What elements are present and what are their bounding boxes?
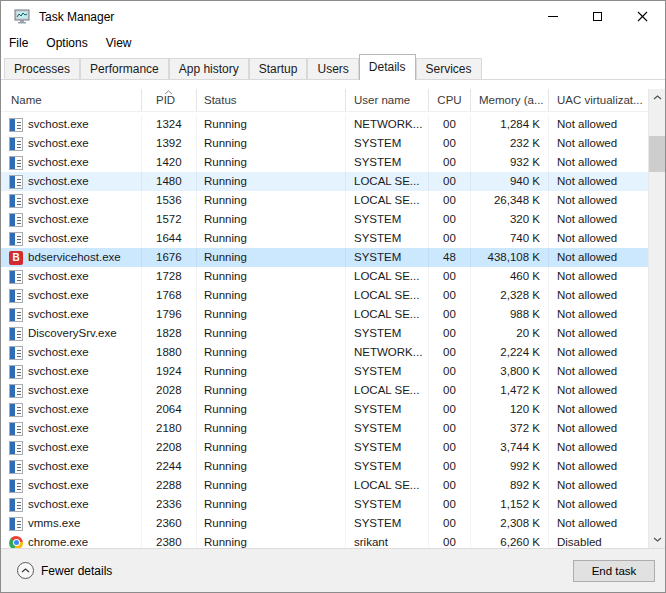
tab-services[interactable]: Services bbox=[416, 58, 482, 79]
scroll-up-button[interactable] bbox=[649, 89, 665, 106]
process-memory: 120 K bbox=[471, 400, 549, 419]
process-memory: 1,284 K bbox=[471, 115, 549, 134]
tab-app-history[interactable]: App history bbox=[169, 58, 249, 79]
table-row[interactable]: svchost.exe 1420 Running SYSTEM 00 932 K… bbox=[1, 153, 665, 172]
minimize-button[interactable] bbox=[530, 1, 575, 32]
generic-process-icon bbox=[9, 422, 23, 436]
table-row[interactable]: chrome.exe 2380 Running srikant 00 6,260… bbox=[1, 533, 665, 548]
process-memory: 3,744 K bbox=[471, 438, 549, 457]
end-task-button[interactable]: End task bbox=[573, 560, 655, 582]
table-row[interactable]: svchost.exe 1480 Running LOCAL SE... 00 … bbox=[1, 172, 665, 191]
process-user-name: NETWORK... bbox=[346, 115, 429, 134]
table-row[interactable]: svchost.exe 2064 Running SYSTEM 00 120 K… bbox=[1, 400, 665, 419]
column-header-pid[interactable]: PID bbox=[142, 89, 197, 111]
column-header-user-name[interactable]: User name bbox=[346, 89, 429, 111]
process-name: svchost.exe bbox=[28, 343, 89, 362]
maximize-button[interactable] bbox=[575, 1, 620, 32]
tab-details[interactable]: Details bbox=[359, 54, 416, 80]
menu-file[interactable]: File bbox=[9, 34, 37, 52]
process-cpu: 00 bbox=[429, 343, 471, 362]
table-row[interactable]: svchost.exe 1768 Running LOCAL SE... 00 … bbox=[1, 286, 665, 305]
process-status: Running bbox=[197, 134, 346, 153]
chevron-up-icon bbox=[21, 568, 30, 573]
generic-process-icon bbox=[9, 365, 23, 379]
tab-users[interactable]: Users bbox=[307, 58, 358, 79]
table-row[interactable]: svchost.exe 1324 Running NETWORK... 00 1… bbox=[1, 115, 665, 134]
table-row[interactable]: svchost.exe 2180 Running SYSTEM 00 372 K… bbox=[1, 419, 665, 438]
table-row[interactable]: svchost.exe 2244 Running SYSTEM 00 992 K… bbox=[1, 457, 665, 476]
process-pid: 1728 bbox=[142, 267, 197, 286]
process-name: svchost.exe bbox=[28, 153, 89, 172]
table-row[interactable]: svchost.exe 1880 Running NETWORK... 00 2… bbox=[1, 343, 665, 362]
menu-options[interactable]: Options bbox=[37, 34, 96, 52]
process-pid: 1768 bbox=[142, 286, 197, 305]
process-cpu: 00 bbox=[429, 533, 471, 548]
table-row[interactable]: svchost.exe 1572 Running SYSTEM 00 320 K… bbox=[1, 210, 665, 229]
table-row[interactable]: svchost.exe 1392 Running SYSTEM 00 232 K… bbox=[1, 134, 665, 153]
process-user-name: SYSTEM bbox=[346, 514, 429, 533]
process-user-name: NETWORK... bbox=[346, 343, 429, 362]
process-memory: 988 K bbox=[471, 305, 549, 324]
process-status: Running bbox=[197, 495, 346, 514]
table-row[interactable]: svchost.exe 1644 Running SYSTEM 00 740 K… bbox=[1, 229, 665, 248]
table-row[interactable]: svchost.exe 2288 Running LOCAL SE... 00 … bbox=[1, 476, 665, 495]
tab-startup[interactable]: Startup bbox=[249, 58, 308, 79]
fewer-details-toggle[interactable] bbox=[17, 562, 34, 579]
process-status: Running bbox=[197, 343, 346, 362]
vertical-scrollbar[interactable] bbox=[648, 89, 665, 548]
table-row[interactable]: svchost.exe 1536 Running LOCAL SE... 00 … bbox=[1, 191, 665, 210]
process-user-name: LOCAL SE... bbox=[346, 267, 429, 286]
process-memory: 2,308 K bbox=[471, 514, 549, 533]
process-user-name: SYSTEM bbox=[346, 362, 429, 381]
tab-bar: Processes Performance App history Startu… bbox=[1, 54, 665, 80]
process-pid: 1392 bbox=[142, 134, 197, 153]
tab-processes[interactable]: Processes bbox=[4, 58, 80, 79]
process-status: Running bbox=[197, 153, 346, 172]
column-header-name[interactable]: Name bbox=[1, 89, 142, 111]
process-status: Running bbox=[197, 172, 346, 191]
process-memory: 372 K bbox=[471, 419, 549, 438]
process-memory: 2,328 K bbox=[471, 286, 549, 305]
process-cpu: 00 bbox=[429, 514, 471, 533]
close-button[interactable] bbox=[620, 1, 665, 32]
column-header-status[interactable]: Status bbox=[197, 89, 346, 111]
process-status: Running bbox=[197, 267, 346, 286]
process-status: Running bbox=[197, 286, 346, 305]
table-row[interactable]: DiscoverySrv.exe 1828 Running SYSTEM 00 … bbox=[1, 324, 665, 343]
column-header-cpu[interactable]: CPU bbox=[429, 89, 471, 111]
scrollbar-track[interactable] bbox=[649, 106, 665, 531]
process-user-name: LOCAL SE... bbox=[346, 191, 429, 210]
generic-process-icon bbox=[9, 384, 23, 398]
process-pid: 1420 bbox=[142, 153, 197, 172]
fewer-details-label[interactable]: Fewer details bbox=[41, 564, 573, 578]
scroll-down-button[interactable] bbox=[649, 531, 665, 548]
process-user-name: LOCAL SE... bbox=[346, 381, 429, 400]
process-cpu: 00 bbox=[429, 419, 471, 438]
table-row[interactable]: svchost.exe 2208 Running SYSTEM 00 3,744… bbox=[1, 438, 665, 457]
table-row[interactable]: svchost.exe 2028 Running LOCAL SE... 00 … bbox=[1, 381, 665, 400]
process-user-name: srikant bbox=[346, 533, 429, 548]
process-name: svchost.exe bbox=[28, 362, 89, 381]
process-cpu: 00 bbox=[429, 495, 471, 514]
table-row[interactable]: svchost.exe 1728 Running LOCAL SE... 00 … bbox=[1, 267, 665, 286]
column-header-memory[interactable]: Memory (a... bbox=[471, 89, 549, 111]
table-row[interactable]: B bdservicehost.exe 1676 Running SYSTEM … bbox=[1, 248, 665, 267]
table-row[interactable]: svchost.exe 1924 Running SYSTEM 00 3,800… bbox=[1, 362, 665, 381]
generic-process-icon bbox=[9, 441, 23, 455]
task-manager-app-icon bbox=[14, 9, 30, 25]
table-row[interactable]: svchost.exe 2336 Running SYSTEM 00 1,152… bbox=[1, 495, 665, 514]
bitdefender-icon: B bbox=[9, 251, 23, 265]
scrollbar-thumb[interactable] bbox=[649, 136, 665, 172]
process-memory: 320 K bbox=[471, 210, 549, 229]
tab-performance[interactable]: Performance bbox=[80, 58, 169, 79]
process-pid: 2244 bbox=[142, 457, 197, 476]
generic-process-icon bbox=[9, 403, 23, 417]
process-pid: 1796 bbox=[142, 305, 197, 324]
table-row[interactable]: svchost.exe 1796 Running LOCAL SE... 00 … bbox=[1, 305, 665, 324]
chevron-down-icon bbox=[653, 537, 662, 542]
process-name: svchost.exe bbox=[28, 457, 89, 476]
process-user-name: SYSTEM bbox=[346, 248, 429, 267]
table-row[interactable]: vmms.exe 2360 Running SYSTEM 00 2,308 K … bbox=[1, 514, 665, 533]
process-status: Running bbox=[197, 191, 346, 210]
menu-view[interactable]: View bbox=[97, 34, 141, 52]
